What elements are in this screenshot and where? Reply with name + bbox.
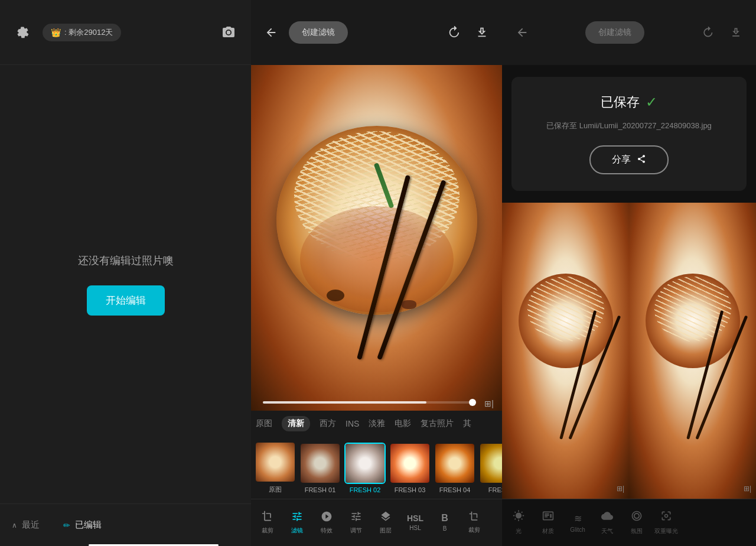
create-filter-button[interactable]: 创建滤镜 (289, 21, 348, 44)
right-history-button[interactable] (697, 22, 718, 43)
right-noodles-right (654, 277, 731, 342)
download-button[interactable] (471, 22, 493, 43)
hsl-icon: HSL (407, 514, 423, 522)
layer-icon (380, 511, 392, 524)
right-download-button[interactable] (725, 22, 747, 43)
compare-button[interactable]: ⊞| (484, 399, 494, 408)
progress-fill (263, 401, 426, 404)
right-photo-left: ⊞| (502, 203, 629, 499)
filter-thumb-fresh05[interactable]: FRES... (479, 443, 502, 493)
main-header: 创建滤镜 (251, 0, 502, 65)
material-icon (542, 510, 554, 525)
filter-original-preview (256, 443, 295, 482)
history-button[interactable] (443, 22, 464, 43)
effect-label: 特效 (321, 526, 333, 535)
right-back-button[interactable] (511, 22, 533, 43)
filter-icon (291, 511, 303, 524)
tool-crop[interactable]: 裁剪 (253, 504, 282, 542)
filter-fresh04-preview (435, 444, 474, 483)
b-icon: B (441, 514, 448, 523)
right-tool-double-exposure[interactable]: 双重曝光 (652, 504, 680, 542)
ingredient-1 (327, 290, 344, 301)
tool-effect[interactable]: 特效 (312, 504, 341, 542)
save-confirmation: 已保存 ✓ 已保存至 Lumii/Lumii_20200727_22480903… (511, 77, 747, 191)
filter-cat-elegant[interactable]: 淡雅 (369, 418, 385, 429)
saved-label: 已保存 (601, 93, 640, 111)
right-tool-material[interactable]: 材质 (534, 504, 562, 542)
left-empty-state: 还没有编辑过照片噢 开始编辑 (0, 65, 251, 503)
filter-thumbnails: 原图 FRESH 01 FRESH 02 FRESH 03 FRESH 04 (251, 437, 502, 499)
tool-adjust[interactable]: 调节 (342, 504, 370, 542)
atmosphere-icon (631, 510, 643, 525)
share-icon (637, 154, 646, 165)
filter-cat-west[interactable]: 西方 (320, 418, 336, 429)
filter-cat-ins[interactable]: INS (346, 419, 359, 428)
atmosphere-label: 氛围 (631, 527, 643, 535)
filter-thumb-fresh01[interactable]: FRESH 01 (299, 443, 341, 493)
right-toolbar: 光 材质 ≋ Glitch 天气 氛围 双重 (502, 499, 756, 546)
progress-bar[interactable] (263, 401, 472, 404)
right-noodles-left (527, 277, 604, 342)
filter-cat-retro[interactable]: 复古照片 (421, 418, 454, 429)
share-button[interactable]: 分享 (589, 145, 669, 174)
progress-knob[interactable] (469, 399, 476, 406)
ingredient-2 (402, 300, 416, 309)
filter-fresh02-label: FRESH 02 (350, 486, 381, 493)
start-edit-button[interactable]: 开始编辑 (87, 285, 165, 316)
weather-label: 天气 (601, 527, 613, 535)
filter-fresh02-preview (346, 444, 384, 483)
glitch-label: Glitch (570, 526, 585, 533)
right-create-filter-button[interactable]: 创建滤镜 (585, 21, 644, 44)
recent-label: 最近 (22, 519, 40, 531)
check-icon: ✓ (646, 94, 657, 110)
camera-button[interactable] (218, 22, 239, 43)
right-tool-atmosphere[interactable]: 氛围 (623, 504, 651, 542)
effect-icon (321, 511, 333, 524)
right-tool-weather[interactable]: 天气 (593, 504, 621, 542)
filter-thumb-fresh02[interactable]: FRESH 02 (344, 443, 386, 493)
right-photo-area: ⊞| ⊞| (502, 203, 756, 499)
crop2-icon (469, 511, 480, 524)
filter-thumb-fresh03[interactable]: FRESH 03 (389, 443, 431, 493)
adjust-label: 调节 (350, 526, 362, 535)
compare-icon: ⊞| (484, 399, 494, 408)
right-tool-glitch[interactable]: ≋ Glitch (563, 504, 592, 542)
tool-hsl[interactable]: HSL HSL (401, 504, 429, 542)
food-photo (251, 65, 502, 411)
saved-path: 已保存至 Lumii/Lumii_20200727_224809038.jpg (546, 121, 712, 131)
filter-fresh03-preview (390, 444, 429, 483)
light-icon (513, 510, 524, 525)
light-label: 光 (516, 527, 522, 535)
adjust-icon (350, 511, 362, 524)
filter-cat-original[interactable]: 原图 (256, 418, 272, 429)
filter-fresh03-label: FRESH 03 (395, 486, 426, 493)
tool-crop2[interactable]: 裁剪 (460, 504, 488, 542)
filter-tool-label: 滤镜 (291, 526, 303, 535)
crown-badge[interactable]: 👑 : 剩余29012天 (43, 24, 121, 41)
double-exposure-icon (660, 510, 672, 525)
footer-edited-tab[interactable]: ✏ 已编辑 (63, 519, 102, 531)
edited-label: 已编辑 (75, 519, 102, 531)
filter-thumb-fresh04[interactable]: FRESH 04 (434, 443, 475, 493)
filter-cat-film[interactable]: 电影 (395, 418, 411, 429)
filter-thumb-original[interactable]: 原图 (255, 441, 296, 494)
material-label: 材质 (542, 527, 554, 535)
back-button[interactable] (260, 22, 282, 43)
settings-button[interactable] (12, 22, 33, 43)
footer-recent-tab[interactable]: ∧ 最近 (12, 519, 40, 531)
chevron-up-icon: ∧ (12, 521, 17, 529)
right-tool-light[interactable]: 光 (504, 504, 533, 542)
b-label: B (443, 525, 447, 532)
filter-cat-other[interactable]: 其 (463, 418, 471, 429)
crop-label: 裁剪 (262, 526, 273, 535)
crown-label: : 剩余29012天 (64, 27, 113, 38)
weather-icon (601, 510, 613, 525)
filter-original-label: 原图 (269, 485, 282, 494)
crown-icon: 👑 (51, 28, 61, 37)
tool-layer[interactable]: 图层 (372, 504, 400, 542)
right-header: 创建滤镜 (502, 0, 756, 65)
filter-cat-fresh[interactable]: 清新 (282, 416, 310, 431)
tool-filter[interactable]: 滤镜 (283, 504, 311, 542)
tool-b[interactable]: B B (431, 504, 459, 542)
crop-icon (262, 511, 273, 524)
